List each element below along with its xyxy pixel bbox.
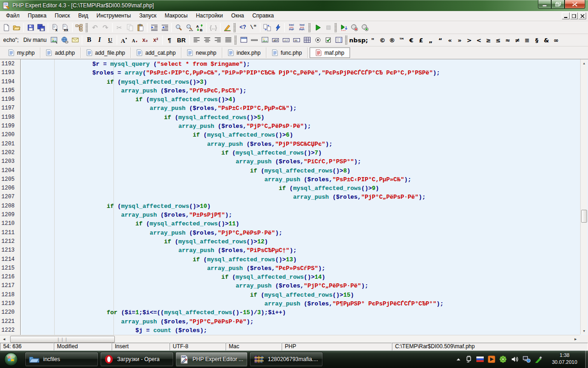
insert-link-icon[interactable] <box>59 35 70 45</box>
code-line[interactable]: array_push ($roles,"РјР°РЅСЊСЏРє"); <box>22 141 581 150</box>
ftp-lightning-icon[interactable] <box>272 23 283 33</box>
insert-mail-icon[interactable] <box>70 35 80 45</box>
char-button[interactable]: ∞ <box>551 35 561 45</box>
form-password-icon[interactable]: xx <box>291 35 302 45</box>
toolbar-grip[interactable] <box>233 23 236 32</box>
close-button[interactable] <box>565 0 585 9</box>
hidden-icons-icon[interactable] <box>456 357 461 362</box>
menu-item-поиск[interactable]: Поиск <box>51 11 74 21</box>
menu-item-справка[interactable]: Справка <box>248 11 278 21</box>
char-button[interactable]: ≈ <box>503 35 513 45</box>
title-bar[interactable]: PHP Expert Editor 4.3 - [C:\TEMP\Rar$DI0… <box>0 0 588 11</box>
php-to-html-icon[interactable]: html+++PHP: <box>297 23 307 33</box>
fmt-i-button[interactable]: I <box>94 35 105 45</box>
horizontal-scrollbar[interactable]: ◄ ❘❘❘ ► <box>0 335 580 343</box>
tab-add.php[interactable]: add.php <box>40 47 80 58</box>
menu-item-инструменты[interactable]: Инструменты <box>92 11 135 21</box>
form-checkbox-icon[interactable] <box>323 35 334 45</box>
toolbar-grip[interactable] <box>234 35 237 45</box>
outdent-icon[interactable] <box>159 23 170 33</box>
code-line[interactable]: array_push ($roles,"РѕР±С‹РІР°С‚РµР»СЊ")… <box>22 176 581 185</box>
notes-pencil-icon[interactable] <box>535 356 542 363</box>
font-bigger-icon[interactable]: A <box>119 35 129 45</box>
char-button[interactable]: " <box>368 35 378 45</box>
close-all-icon[interactable]: xx <box>60 23 71 33</box>
volume-icon[interactable] <box>511 356 519 363</box>
code-line[interactable]: if (mysql_affected_rows()>8) <box>22 167 581 176</box>
tab-add_cat.php[interactable]: add_cat.php <box>131 47 181 58</box>
taskbar-button-php-expert-editor-[interactable]: PHPPHP Expert Editor ... <box>175 352 248 367</box>
show-desktop-button[interactable] <box>585 351 588 368</box>
menu-item-окна[interactable]: Окна <box>227 11 248 21</box>
fmt-u-button[interactable]: U <box>105 35 115 45</box>
code-line[interactable]: if (mysql_affected_rows()>4) <box>22 96 581 105</box>
find-next-icon[interactable] <box>184 23 194 33</box>
form-window-icon[interactable] <box>238 35 249 45</box>
code-line[interactable]: array_push ($roles,"Р±РѕРјР¶"); <box>22 212 581 220</box>
new-file-icon[interactable] <box>1 23 11 33</box>
form-image-icon[interactable] <box>260 35 270 45</box>
save-icon[interactable] <box>25 23 36 33</box>
tab-new.php[interactable]: new.php <box>181 47 222 58</box>
code-line[interactable]: array_push ($roles,"РїСѓС‚Р°РЅР°"); <box>22 158 581 167</box>
code-line[interactable]: array_push ($roles,"РјР°С„РёРѕР·Рё"); <box>22 282 581 291</box>
code-line[interactable]: $j = count ($roles); <box>22 327 581 335</box>
indent-icon[interactable] <box>149 23 159 33</box>
tab-add_file.php[interactable]: add_file.php <box>81 47 131 58</box>
code-line[interactable]: array_push ($roles,"РјР°С„РёРѕР·Рё"); <box>22 194 581 202</box>
toolbar-grip[interactable] <box>345 35 347 45</box>
char-button[interactable]: „ <box>426 35 435 45</box>
escape-quotes-icon[interactable]: \" <box>248 23 259 33</box>
form-radio-icon[interactable] <box>312 35 323 45</box>
icq-flower-icon[interactable] <box>499 356 507 363</box>
code-btn-button[interactable]: Div manu <box>21 35 49 45</box>
code-line[interactable]: if (mysql_affected_rows()>3) <box>22 79 581 87</box>
form-textarea-icon[interactable]: ab <box>281 35 291 45</box>
menu-item-правка[interactable]: Правка <box>24 11 51 21</box>
toolbar-grip[interactable] <box>308 23 311 32</box>
fmt-sup-button[interactable]: x² <box>150 35 161 45</box>
align-left-icon[interactable] <box>191 35 202 45</box>
run-icon[interactable] <box>312 23 323 33</box>
syntax-pencil-icon[interactable] <box>222 23 232 33</box>
code-line[interactable]: if (mysql_affected_rows()>14) <box>22 274 581 282</box>
lang-ru-flag-icon[interactable] <box>476 356 484 362</box>
char-button[interactable]: ≤ <box>493 35 503 45</box>
scroll-right-icon[interactable]: ► <box>572 336 579 343</box>
char-button[interactable]: ≥ <box>484 35 493 45</box>
taskbar-button-incfiles[interactable]: incfiles <box>25 352 98 367</box>
code-line[interactable]: if (mysql_affected_rows()>13) <box>22 256 581 265</box>
char-button[interactable]: > <box>464 35 474 45</box>
code-line[interactable]: array_push ($roles,"РјР°С„РёРѕР·Рё"); <box>22 318 581 327</box>
mdi-minimize-button[interactable] <box>562 12 570 19</box>
form-hr-icon[interactable] <box>249 35 260 45</box>
horizontal-scroll-thumb[interactable]: ❘❘❘ <box>10 336 115 343</box>
code-line[interactable]: array_push ($roles,"РіРѕСЂРµС†"); <box>22 247 581 256</box>
char-button[interactable]: ® <box>387 35 397 45</box>
close-file-icon[interactable]: x <box>50 23 60 33</box>
fmt-sub-button[interactable]: x₂ <box>140 35 150 45</box>
fmt-br-button[interactable]: BR <box>175 35 188 45</box>
scroll-left-icon[interactable]: ◄ <box>0 336 8 343</box>
code-line[interactable]: if (mysql_affected_rows()>5) <box>22 114 581 123</box>
scroll-down-icon[interactable]: ▼ <box>581 328 587 334</box>
app-icon[interactable] <box>3 2 10 9</box>
char-button[interactable]: “ <box>435 35 445 45</box>
code-line[interactable]: array_push ($roles,"РѕР±С‹РІР°С‚РµР»СЊ")… <box>22 105 581 114</box>
char-button[interactable]: ≡ <box>522 35 532 45</box>
network-icon[interactable] <box>523 356 531 363</box>
code-line[interactable]: if (mysql_affected_rows()>12) <box>22 238 581 247</box>
taskbar-button-загрузки-opera[interactable]: Загрузки - Opera <box>100 352 174 367</box>
form-table-icon[interactable] <box>302 35 312 45</box>
tab-func.php[interactable]: func.php <box>266 47 308 58</box>
char-button[interactable]: § <box>532 35 542 45</box>
start-button[interactable] <box>4 352 18 367</box>
code-line[interactable]: array_push ($roles,"РєР»РѕСѓРЅ"); <box>22 265 581 274</box>
code-line[interactable]: if (mysql_affected_rows()>9) <box>22 185 581 194</box>
char-button[interactable]: » <box>455 35 464 45</box>
scroll-up-icon[interactable]: ▲ <box>581 60 587 66</box>
align-right-icon[interactable] <box>212 35 223 45</box>
char-button[interactable]: & <box>542 35 551 45</box>
menu-item-вид[interactable]: Вид <box>74 11 92 21</box>
convert-pages-icon[interactable] <box>262 23 272 33</box>
